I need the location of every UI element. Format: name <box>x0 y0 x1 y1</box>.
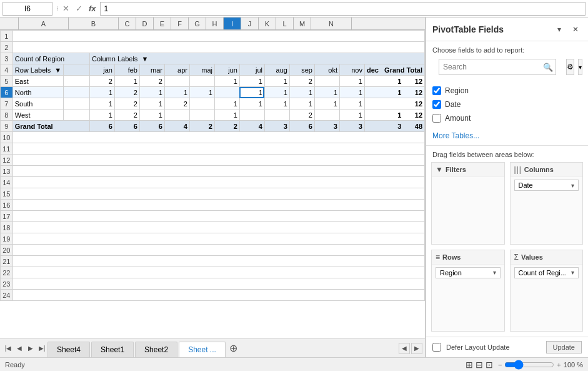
cell-8-n[interactable]: 1 12 <box>364 109 424 121</box>
pivot-field-amount-checkbox[interactable] <box>432 114 441 123</box>
cell-6-i[interactable]: 1 <box>239 87 264 98</box>
cell-2[interactable] <box>12 42 424 53</box>
pivot-search-input[interactable] <box>439 61 541 73</box>
cell-7-n[interactable]: 12 <box>364 98 424 109</box>
cancel-formula-icon[interactable]: ✕ <box>61 3 71 14</box>
tab-sheet2[interactable]: Sheet2 <box>135 342 177 358</box>
col-header-i[interactable]: I <box>224 18 241 29</box>
cell-7-i[interactable]: 1 <box>239 98 264 109</box>
cell-5-j[interactable]: 1 <box>264 76 289 87</box>
confirm-formula-icon[interactable]: ✓ <box>74 3 84 14</box>
cell-7-e[interactable]: 1 <box>139 98 164 109</box>
tab-next-btn[interactable]: ▶ <box>25 343 36 354</box>
cell-6-d[interactable]: 2 <box>114 87 139 98</box>
cell-5-a[interactable]: East <box>12 76 63 87</box>
cell-6-j[interactable]: 1 <box>264 87 289 98</box>
cell-4-e[interactable]: mar <box>139 64 164 76</box>
cell-7-b[interactable] <box>64 98 90 109</box>
col-header-j[interactable]: J <box>241 18 259 29</box>
cell-ref-input[interactable] <box>2 2 52 16</box>
cell-6-m[interactable]: 1 <box>339 87 364 98</box>
tab-last-btn[interactable]: ▶| <box>36 343 47 354</box>
cell-7-j[interactable]: 1 <box>264 98 289 109</box>
pivot-field-region-checkbox[interactable] <box>432 86 441 95</box>
cell-8-k[interactable]: 2 <box>289 109 314 121</box>
page-break-icon[interactable]: ⊡ <box>486 360 493 370</box>
cell-4-m[interactable]: nov <box>339 64 364 76</box>
cell-4-g[interactable]: maj <box>189 64 214 76</box>
col-header-n[interactable]: N <box>311 18 352 29</box>
tab-sheet4[interactable]: Sheet4 <box>47 342 90 358</box>
cell-6-e[interactable]: 1 <box>139 87 164 98</box>
cell-4-a[interactable]: Row Labels ▼ <box>12 64 63 76</box>
col-header-b[interactable]: B <box>69 18 119 29</box>
cell-6-c[interactable]: 1 <box>89 87 114 98</box>
cell-3-c[interactable]: Column Labels ▼ <box>89 53 424 64</box>
col-header-c[interactable]: C <box>119 18 136 29</box>
cell-8-c[interactable]: 1 <box>89 109 114 121</box>
cell-5-m[interactable]: 1 <box>339 76 364 87</box>
cell-4-b[interactable] <box>64 64 90 76</box>
cell-8-d[interactable]: 2 <box>114 109 139 121</box>
tab-sheet-active[interactable]: Sheet ... <box>179 342 226 358</box>
cell-7-g[interactable] <box>189 98 214 109</box>
cell-8-g[interactable] <box>189 109 214 121</box>
cell-4-d[interactable]: feb <box>114 64 139 76</box>
cell-8-h[interactable]: 1 <box>214 109 239 121</box>
pivot-more-tables-link[interactable]: More Tables... <box>426 129 588 145</box>
tab-sheet1[interactable]: Sheet1 <box>91 342 134 358</box>
cell-8-e[interactable]: 1 <box>139 109 164 121</box>
cell-6-b[interactable] <box>64 87 90 98</box>
cell-4-h[interactable]: jun <box>214 64 239 76</box>
cell-9-k[interactable]: 6 <box>289 121 314 132</box>
cell-6-f[interactable]: 1 <box>164 87 189 98</box>
cell-9-f[interactable]: 4 <box>164 121 189 132</box>
pivot-settings-dropdown-icon[interactable]: ▾ <box>578 59 582 75</box>
update-button[interactable]: Update <box>546 341 582 353</box>
cell-9-e[interactable]: 6 <box>139 121 164 132</box>
cell-8-b[interactable] <box>64 109 90 121</box>
cell-5-h[interactable]: 1 <box>214 76 239 87</box>
cell-8-l[interactable] <box>314 109 339 121</box>
cell-9-g[interactable]: 2 <box>189 121 214 132</box>
cell-9-l[interactable]: 3 <box>314 121 339 132</box>
col-header-m[interactable]: M <box>294 18 311 29</box>
zoom-slider[interactable] <box>504 360 554 370</box>
tab-prev-btn[interactable]: ◀ <box>14 343 25 354</box>
pivot-area-filters-body[interactable] <box>432 177 504 244</box>
zoom-out-icon[interactable]: − <box>498 361 502 368</box>
cell-9-h[interactable]: 2 <box>214 121 239 132</box>
cell-5-i[interactable]: 1 <box>239 76 264 87</box>
col-header-e[interactable]: E <box>154 18 171 29</box>
cell-6-g[interactable]: 1 <box>189 87 214 98</box>
pivot-panel-dropdown-icon[interactable]: ▾ <box>553 23 566 36</box>
cell-7-a[interactable]: South <box>12 98 63 109</box>
col-header-k[interactable]: K <box>259 18 276 29</box>
cell-7-k[interactable]: 1 <box>289 98 314 109</box>
cell-5-g[interactable] <box>189 76 214 87</box>
cell-5-n[interactable]: 1 12 <box>364 76 424 87</box>
cell-4-n[interactable]: dec Grand Total <box>364 64 424 76</box>
cell-4-i[interactable]: jul <box>239 64 264 76</box>
col-header-l[interactable]: L <box>276 18 294 29</box>
pivot-chip-count-region[interactable]: Count of Regi... ▾ <box>514 267 579 278</box>
page-layout-icon[interactable]: ⊟ <box>476 360 483 370</box>
cell-7-l[interactable]: 1 <box>314 98 339 109</box>
col-header-a[interactable]: A <box>19 18 69 29</box>
cell-5-c[interactable]: 2 <box>89 76 114 87</box>
pivot-chip-date[interactable]: Date ▾ <box>514 180 579 191</box>
cell-9-c[interactable]: 6 <box>89 121 114 132</box>
cell-5-k[interactable]: 2 <box>289 76 314 87</box>
cell-6-k[interactable]: 1 <box>289 87 314 98</box>
cell-6-l[interactable]: 1 <box>314 87 339 98</box>
cell-8-m[interactable]: 1 <box>339 109 364 121</box>
cell-8-a[interactable]: West <box>12 109 63 121</box>
cell-5-f[interactable] <box>164 76 189 87</box>
cell-7-f[interactable]: 2 <box>164 98 189 109</box>
cell-5-b[interactable] <box>64 76 90 87</box>
cell-5-e[interactable]: 2 <box>139 76 164 87</box>
formula-input[interactable] <box>100 2 586 16</box>
zoom-in-icon[interactable]: + <box>557 361 561 368</box>
cell-9-a[interactable]: Grand Total <box>12 121 89 132</box>
pivot-chip-region[interactable]: Region ▾ <box>436 267 501 278</box>
